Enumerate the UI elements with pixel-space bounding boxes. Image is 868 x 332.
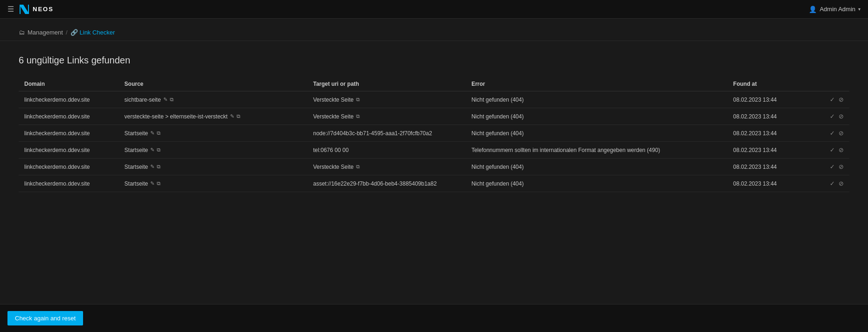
link-icon: 🔗 — [70, 29, 78, 36]
hide-button[interactable]: ⊘ — [839, 163, 844, 170]
source-text: Startseite — [125, 164, 148, 170]
source-text: Startseite — [125, 147, 148, 153]
breadcrumb-link-checker[interactable]: 🔗 Link Checker — [70, 29, 115, 36]
mark-checked-button[interactable]: ✓ — [830, 146, 835, 153]
cell-source: Startseite✎⧉ — [119, 159, 308, 175]
external-link-icon[interactable]: ⧉ — [157, 164, 161, 170]
cell-source: versteckte-seite > elternseite-ist-verst… — [119, 108, 308, 125]
hide-button[interactable]: ⊘ — [839, 130, 844, 137]
page-title: 6 ungültige Links gefunden — [19, 55, 849, 66]
mark-checked-button[interactable]: ✓ — [830, 130, 835, 137]
username-label: Admin Admin — [819, 6, 855, 13]
cell-target: Versteckte Seite⧉ — [308, 108, 466, 125]
edit-icon[interactable]: ✎ — [150, 180, 154, 187]
user-menu[interactable]: 👤 Admin Admin ▾ — [809, 6, 861, 13]
table-body: linkcheckerdemo.ddev.sitesichtbare-seite… — [19, 91, 849, 192]
col-header-target: Target uri or path — [308, 77, 466, 91]
external-link-icon[interactable]: ⧉ — [157, 147, 161, 153]
col-header-error: Error — [466, 77, 728, 91]
hide-button[interactable]: ⊘ — [839, 96, 844, 103]
col-header-domain: Domain — [19, 77, 119, 91]
footer: Check again and reset — [0, 304, 868, 332]
edit-icon[interactable]: ✎ — [150, 147, 154, 153]
table-row: linkcheckerdemo.ddev.siteversteckte-seit… — [19, 108, 849, 125]
cell-target: Versteckte Seite⧉ — [308, 91, 466, 108]
neos-n-icon — [19, 4, 30, 15]
cell-actions: ✓⊘ — [813, 159, 849, 175]
cell-actions: ✓⊘ — [813, 125, 849, 142]
edit-icon[interactable]: ✎ — [230, 113, 234, 119]
external-link-icon[interactable]: ⧉ — [157, 130, 161, 136]
target-external-icon[interactable]: ⧉ — [356, 97, 360, 103]
cell-error: Nicht gefunden (404) — [466, 125, 728, 142]
cell-error: Nicht gefunden (404) — [466, 175, 728, 192]
main-content: 6 ungültige Links gefunden Domain Source… — [0, 41, 868, 201]
cell-found-at: 08.02.2023 13:44 — [728, 91, 813, 108]
mark-checked-button[interactable]: ✓ — [830, 113, 835, 120]
topbar: ☰ NEOS 👤 Admin Admin ▾ — [0, 0, 868, 19]
check-again-reset-button[interactable]: Check again and reset — [7, 311, 83, 325]
table-row: linkcheckerdemo.ddev.siteStartseite✎⧉Ver… — [19, 159, 849, 175]
cell-domain: linkcheckerdemo.ddev.site — [19, 142, 119, 159]
links-table: Domain Source Target uri or path Error F… — [19, 77, 849, 192]
user-icon: 👤 — [809, 6, 817, 13]
hamburger-icon[interactable]: ☰ — [7, 5, 14, 14]
cell-domain: linkcheckerdemo.ddev.site — [19, 108, 119, 125]
breadcrumb: 🗂 Management / 🔗 Link Checker — [0, 19, 868, 41]
table-row: linkcheckerdemo.ddev.siteStartseite✎⧉ass… — [19, 175, 849, 192]
table-row: linkcheckerdemo.ddev.siteStartseite✎⧉nod… — [19, 125, 849, 142]
edit-icon[interactable]: ✎ — [163, 97, 168, 103]
source-text: versteckte-seite > elternseite-ist-verst… — [125, 113, 228, 120]
breadcrumb-separator: / — [66, 29, 68, 36]
external-link-icon[interactable]: ⧉ — [237, 113, 240, 119]
management-icon: 🗂 — [19, 29, 25, 36]
external-link-icon[interactable]: ⧉ — [157, 180, 161, 187]
source-text: Startseite — [125, 180, 148, 187]
cell-found-at: 08.02.2023 13:44 — [728, 125, 813, 142]
breadcrumb-management[interactable]: Management — [28, 29, 63, 36]
cell-source: Startseite✎⧉ — [119, 175, 308, 192]
mark-checked-button[interactable]: ✓ — [830, 96, 835, 103]
target-text: Versteckte Seite — [313, 97, 354, 103]
edit-icon[interactable]: ✎ — [150, 164, 154, 170]
cell-error: Nicht gefunden (404) — [466, 108, 728, 125]
source-text: sichtbare-seite — [125, 97, 161, 103]
topbar-left: ☰ NEOS — [7, 4, 54, 15]
cell-found-at: 08.02.2023 13:44 — [728, 108, 813, 125]
cell-source: Startseite✎⧉ — [119, 125, 308, 142]
cell-target: node://7d404b3c-bb71-4595-aaa1-2f70fcfb7… — [308, 125, 466, 142]
edit-icon[interactable]: ✎ — [150, 130, 154, 136]
cell-domain: linkcheckerdemo.ddev.site — [19, 91, 119, 108]
cell-domain: linkcheckerdemo.ddev.site — [19, 175, 119, 192]
cell-actions: ✓⊘ — [813, 108, 849, 125]
table-row: linkcheckerdemo.ddev.siteStartseite✎⧉tel… — [19, 142, 849, 159]
cell-actions: ✓⊘ — [813, 142, 849, 159]
hide-button[interactable]: ⊘ — [839, 146, 844, 153]
source-text: Startseite — [125, 130, 148, 137]
cell-domain: linkcheckerdemo.ddev.site — [19, 159, 119, 175]
hide-button[interactable]: ⊘ — [839, 180, 844, 187]
cell-error: Nicht gefunden (404) — [466, 159, 728, 175]
mark-checked-button[interactable]: ✓ — [830, 163, 835, 170]
col-header-found: Found at — [728, 77, 813, 91]
table-row: linkcheckerdemo.ddev.sitesichtbare-seite… — [19, 91, 849, 108]
cell-source: Startseite✎⧉ — [119, 142, 308, 159]
cell-target: asset://16e22e29-f7bb-4d06-beb4-3885409b… — [308, 175, 466, 192]
cell-source: sichtbare-seite✎⧉ — [119, 91, 308, 108]
target-text: asset://16e22e29-f7bb-4d06-beb4-3885409b… — [313, 180, 437, 187]
target-text: tel:0676 00 00 — [313, 147, 349, 153]
neos-logo-text: NEOS — [33, 6, 54, 13]
cell-actions: ✓⊘ — [813, 175, 849, 192]
col-header-source: Source — [119, 77, 308, 91]
target-external-icon[interactable]: ⧉ — [356, 113, 360, 119]
hide-button[interactable]: ⊘ — [839, 113, 844, 120]
target-external-icon[interactable]: ⧉ — [356, 164, 360, 170]
target-text: node://7d404b3c-bb71-4595-aaa1-2f70fcfb7… — [313, 130, 432, 137]
chevron-down-icon: ▾ — [858, 7, 861, 12]
breadcrumb-current-label: Link Checker — [80, 29, 115, 36]
external-link-icon[interactable]: ⧉ — [170, 97, 174, 103]
target-text: Versteckte Seite — [313, 164, 354, 170]
cell-found-at: 08.02.2023 13:44 — [728, 159, 813, 175]
mark-checked-button[interactable]: ✓ — [830, 180, 835, 187]
table-header: Domain Source Target uri or path Error F… — [19, 77, 849, 91]
